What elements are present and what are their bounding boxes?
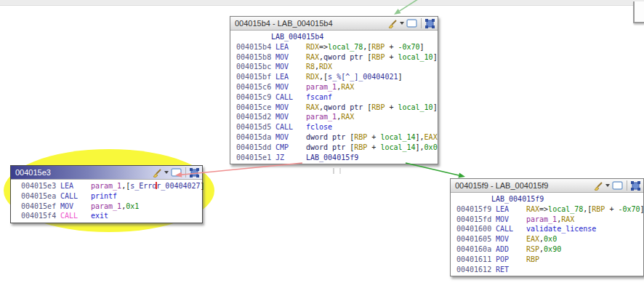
function-graph-viewport[interactable]: 004015b4 - LAB_004015b4 LAB_004015b40040… bbox=[0, 0, 644, 291]
instruction-address: 004015bf bbox=[236, 72, 271, 82]
instruction-address: 004015fd bbox=[456, 215, 491, 225]
instruction-operands: fscanf bbox=[306, 93, 332, 101]
instruction-row: 00401612RET bbox=[456, 265, 640, 275]
instruction-address: 004015f9 bbox=[456, 204, 491, 215]
instruction-mnemonic: CALL bbox=[60, 211, 91, 221]
instruction-row: 004015f4CALLexit bbox=[21, 211, 199, 221]
instruction-operands: RAX,qword ptr [RBP + local_10] bbox=[306, 53, 438, 61]
instruction-row: 004015c6MOVparam_1,RAX bbox=[236, 82, 435, 92]
instruction-mnemonic: MOV bbox=[60, 202, 91, 212]
partial-vertex-corner bbox=[633, 1, 644, 23]
vertex-titlebar[interactable]: 004015b4 - LAB_004015b4 bbox=[230, 17, 438, 31]
instruction-address: 004015ea bbox=[21, 191, 56, 202]
instruction-row: 004015efMOVparam_1,0x1 bbox=[21, 202, 199, 212]
instruction-mnemonic: RET bbox=[496, 265, 526, 275]
caret-down-icon[interactable] bbox=[400, 22, 404, 25]
instruction-row: 004015e3LEAparam_1,[s_Error_00404027] bbox=[21, 181, 199, 191]
instruction-mnemonic: MOV bbox=[275, 132, 306, 143]
vertex-code-listing[interactable]: 004015e3LEAparam_1,[s_Error_00404027]004… bbox=[11, 180, 202, 223]
instruction-address: 004015ef bbox=[21, 202, 56, 212]
vertex-code-listing[interactable]: LAB_004015f9004015f9LEARAX=>local_78,[RB… bbox=[451, 193, 643, 276]
instruction-operands: RAX=>local_78,[RBP + -0x70] bbox=[526, 205, 644, 213]
instruction-address: 004015d5 bbox=[236, 122, 271, 132]
instruction-row: 004015b4LEARDX=>local_78,[RBP + -0x70] bbox=[236, 42, 435, 52]
instruction-row: 004015ceMOVRAX,qword ptr [RBP + local_10… bbox=[236, 103, 435, 113]
vertex-titlebar[interactable]: 004015f9 - LAB_004015f9 bbox=[451, 179, 643, 193]
instruction-mnemonic: LEA bbox=[496, 204, 526, 215]
instruction-address: 004015da bbox=[236, 132, 271, 143]
instruction-operands: param_1,0x1 bbox=[91, 202, 139, 210]
instruction-mnemonic: LEA bbox=[275, 42, 306, 52]
instruction-operands: param_1,RAX bbox=[306, 113, 354, 121]
toolbar-separator bbox=[627, 180, 627, 191]
instruction-row: 004015e1JZLAB_004015f9 bbox=[236, 153, 435, 163]
instruction-row: 004015bcMOVR8,RDX bbox=[236, 62, 435, 72]
instruction-row: 004015c9CALLfscanf bbox=[236, 92, 435, 103]
graph-vertex-004015e3[interactable]: 004015e3 004015e3LEAparam_1,[s_Error_004… bbox=[10, 165, 203, 223]
instruction-operands: EAX,0x0 bbox=[526, 235, 557, 243]
graph-vertex-004015f9[interactable]: 004015f9 - LAB_004015f9 LAB_004015f90040… bbox=[450, 178, 644, 276]
edge-branch-true-green bbox=[406, 163, 459, 175]
instruction-mnemonic: CALL bbox=[275, 122, 306, 132]
instruction-mnemonic: CALL bbox=[275, 92, 306, 103]
instruction-row: 004015bfLEARDX,[s_%[^_]_00404021] bbox=[236, 72, 435, 82]
instruction-address: 004015e3 bbox=[21, 181, 56, 191]
paintbrush-icon[interactable] bbox=[593, 181, 603, 191]
vertex-title: 004015f9 - LAB_004015f9 bbox=[455, 181, 593, 190]
caret-down-icon[interactable] bbox=[605, 184, 610, 187]
instruction-operands: R8,RDX bbox=[306, 63, 332, 71]
vertex-titlebar[interactable]: 004015e3 bbox=[11, 166, 202, 180]
maximize-icon[interactable] bbox=[612, 181, 623, 190]
viewport-top-edge bbox=[0, 0, 644, 6]
instruction-operands: LAB_004015f9 bbox=[306, 154, 358, 162]
instruction-operands: RAX,qword ptr [RBP + local_10] bbox=[306, 103, 438, 111]
vertex-toolbar bbox=[152, 167, 199, 178]
paintbrush-icon[interactable] bbox=[152, 168, 162, 178]
instruction-row: 0040160aADDRSP,0x90 bbox=[456, 244, 640, 255]
instruction-operands: dword ptr [RBP + local_14],EAX bbox=[306, 133, 438, 141]
group-vertices-icon[interactable] bbox=[631, 181, 640, 191]
instruction-address: 004015ce bbox=[236, 103, 271, 113]
toolbar-separator bbox=[421, 18, 422, 28]
instruction-row: 004015f9LEARAX=>local_78,[RBP + -0x70] bbox=[456, 204, 640, 215]
instruction-mnemonic: MOV bbox=[275, 82, 306, 92]
maximize-icon[interactable] bbox=[406, 19, 417, 28]
paintbrush-icon[interactable] bbox=[387, 19, 398, 28]
instruction-address: 0040160a bbox=[456, 244, 491, 255]
instruction-operands: fclose bbox=[306, 123, 332, 131]
instruction-address: 004015b4 bbox=[236, 42, 271, 52]
instruction-row: 00401611POPRBP bbox=[456, 255, 640, 265]
instruction-mnemonic: ADD bbox=[496, 244, 526, 255]
caret-down-icon[interactable] bbox=[164, 171, 169, 174]
vertex-code-listing[interactable]: LAB_004015b4004015b4LEARDX=>local_78,[RB… bbox=[230, 31, 438, 164]
instruction-operands: param_1,[s_Error_00404027] bbox=[91, 182, 205, 190]
instruction-address: 004015f4 bbox=[21, 211, 56, 221]
maximize-icon[interactable] bbox=[171, 168, 182, 177]
vertex-title: 004015e3 bbox=[15, 168, 152, 177]
instruction-mnemonic: MOV bbox=[275, 103, 306, 113]
instruction-address: 00401605 bbox=[456, 234, 491, 244]
instruction-address: 004015c6 bbox=[236, 82, 271, 92]
instruction-mnemonic: CALL bbox=[496, 224, 526, 234]
instruction-operands: RSP,0x90 bbox=[526, 245, 561, 253]
vertex-title: 004015b4 - LAB_004015b4 bbox=[235, 19, 387, 28]
group-vertices-icon[interactable] bbox=[425, 19, 435, 28]
instruction-mnemonic: MOV bbox=[496, 215, 526, 225]
instruction-operands: RDX=>local_78,[RBP + -0x70] bbox=[306, 43, 424, 51]
instruction-address: 00401611 bbox=[456, 255, 491, 265]
group-vertices-icon[interactable] bbox=[190, 168, 199, 178]
graph-center-marker bbox=[333, 168, 341, 174]
graph-vertex-004015b4[interactable]: 004015b4 - LAB_004015b4 LAB_004015b40040… bbox=[230, 16, 438, 164]
instruction-mnemonic: JZ bbox=[275, 153, 306, 163]
instruction-address: 004015dd bbox=[236, 143, 271, 153]
toolbar-separator bbox=[185, 167, 186, 178]
instruction-row: 00401605MOVEAX,0x0 bbox=[456, 234, 640, 244]
vertex-toolbar bbox=[387, 18, 435, 28]
instruction-row: 004015d5CALLfclose bbox=[236, 122, 435, 132]
instruction-address: 00401612 bbox=[456, 265, 491, 275]
instruction-operands: param_1,RAX bbox=[526, 215, 574, 223]
instruction-row: 004015b8MOVRAX,qword ptr [RBP + local_10… bbox=[236, 52, 435, 63]
instruction-mnemonic: LEA bbox=[60, 181, 91, 191]
instruction-mnemonic: CMP bbox=[275, 143, 306, 153]
instruction-mnemonic: POP bbox=[496, 255, 526, 265]
